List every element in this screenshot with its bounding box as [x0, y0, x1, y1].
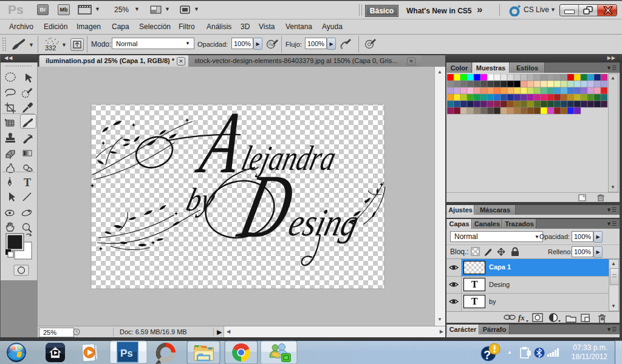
svg-text:Ps: Ps	[120, 348, 133, 359]
svg-text:T: T	[24, 177, 31, 189]
svg-text:fx: fx	[518, 313, 525, 322]
